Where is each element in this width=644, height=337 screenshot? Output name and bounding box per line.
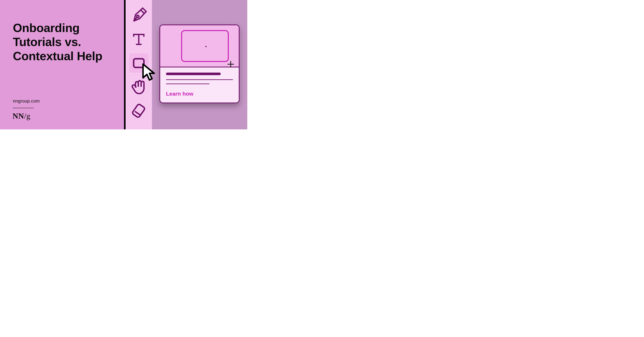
eraser-tool-icon — [131, 103, 146, 118]
nng-logo: NN/g — [12, 111, 30, 120]
logo-nn: NN — [12, 112, 24, 120]
hand-tool-button[interactable] — [129, 77, 148, 97]
logo-slash: / — [24, 112, 26, 120]
popover-heading-placeholder — [166, 73, 221, 75]
title-line-1: Onboarding — [13, 21, 80, 35]
promo-canvas: Onboarding Tutorials vs. Contextual Help… — [0, 0, 247, 129]
pen-tool-icon — [131, 7, 147, 23]
vertical-divider — [124, 0, 126, 129]
popover-preview-area — [160, 25, 239, 67]
eraser-tool-button[interactable] — [129, 101, 148, 120]
article-title: Onboarding Tutorials vs. Contextual Help — [13, 21, 124, 63]
logo-g: g — [26, 112, 30, 120]
left-panel: Onboarding Tutorials vs. Contextual Help… — [0, 0, 124, 129]
svg-line-6 — [135, 111, 141, 115]
title-line-2: Tutorials vs. — [13, 35, 81, 49]
toolbar — [126, 0, 152, 129]
text-tool-icon — [132, 32, 146, 46]
divider-line — [13, 108, 34, 108]
pen-tool-button[interactable] — [129, 6, 148, 25]
center-dot-icon — [205, 46, 206, 47]
popover-text-line — [166, 79, 233, 80]
crosshair-icon — [227, 61, 234, 68]
rectangle-tool-icon — [132, 56, 146, 70]
svg-rect-5 — [132, 104, 146, 118]
learn-how-link[interactable]: Learn how — [166, 91, 193, 97]
right-panel: Learn how — [152, 0, 247, 129]
rectangle-tool-button[interactable] — [129, 53, 148, 73]
popover-body: Learn how — [160, 67, 239, 97]
text-tool-button[interactable] — [129, 30, 148, 49]
hand-tool-icon — [130, 78, 147, 95]
contextual-help-popover: Learn how — [160, 24, 240, 103]
svg-rect-4 — [134, 59, 144, 67]
site-url: nngroup.com — [13, 98, 40, 104]
drawn-rectangle — [181, 30, 229, 62]
popover-text-line — [166, 83, 210, 84]
title-line-3: Contextual Help — [13, 49, 102, 63]
